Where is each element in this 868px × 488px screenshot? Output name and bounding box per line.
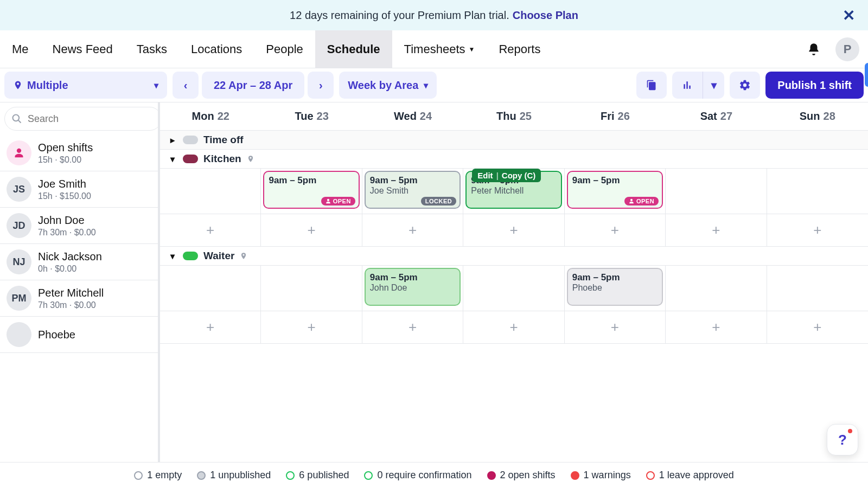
next-week-button[interactable]: › xyxy=(308,72,334,99)
stats-button[interactable] xyxy=(672,72,703,99)
schedule-cell[interactable]: 9am – 5pmPhoebe xyxy=(565,266,666,311)
add-shift-button[interactable]: + xyxy=(767,311,868,344)
legend-item[interactable]: 2 open shifts xyxy=(487,470,556,481)
waiter-shift-row: 9am – 5pmJohn Doe9am – 5pmPhoebe xyxy=(160,266,868,311)
copy-action[interactable]: Copy (C) xyxy=(502,171,536,180)
view-mode-selector[interactable]: Week by Area ▾ xyxy=(339,72,437,99)
schedule-cell[interactable] xyxy=(666,169,767,214)
nav-tab-schedule[interactable]: Schedule xyxy=(315,30,392,68)
add-shift-button[interactable]: + xyxy=(160,214,261,247)
sidebar-person[interactable]: Open shifts15h · $0.00 xyxy=(0,135,158,171)
shift-card[interactable]: 9am – 5pm OPEN xyxy=(567,171,663,209)
add-shift-button[interactable]: + xyxy=(565,214,666,247)
schedule-cell[interactable]: 9am – 5pmPeter MitchellEdit|Copy (C) xyxy=(463,169,564,214)
group-header-timeoff[interactable]: ▸ Time off xyxy=(160,131,868,150)
sidebar-person[interactable]: JSJoe Smith15h · $150.00 xyxy=(0,171,158,208)
legend-dot xyxy=(197,471,206,480)
waiter-add-row: +++++++ xyxy=(160,311,868,344)
shift-card[interactable]: 9am – 5pmJoe Smith LOCKED xyxy=(365,171,461,209)
sidebar-person[interactable]: JDJohn Doe7h 30m · $0.00 xyxy=(0,208,158,244)
sidebar-person[interactable]: NJNick Jackson0h · $0.00 xyxy=(0,244,158,280)
stats-dropdown[interactable]: ▾ xyxy=(703,72,724,99)
add-shift-button[interactable]: + xyxy=(362,311,463,344)
shift-context-menu[interactable]: Edit|Copy (C) xyxy=(472,169,541,182)
add-shift-button[interactable]: + xyxy=(767,214,868,247)
shift-assignee: Joe Smith xyxy=(370,186,455,196)
edit-action[interactable]: Edit xyxy=(477,171,493,180)
add-shift-button[interactable]: + xyxy=(463,214,564,247)
shift-badge: OPEN xyxy=(624,197,659,206)
sidebar-person[interactable]: PMPeter Mitchell7h 30m · $0.00 xyxy=(0,280,158,317)
shift-card[interactable]: 9am – 5pmPeter MitchellEdit|Copy (C) xyxy=(465,171,561,209)
expand-icon[interactable]: ▸ xyxy=(168,135,177,145)
user-avatar[interactable]: P xyxy=(835,37,859,61)
add-shift-button[interactable]: + xyxy=(666,311,767,344)
schedule-cell[interactable]: 9am – 5pm OPEN xyxy=(565,169,666,214)
prev-week-button[interactable]: ‹ xyxy=(173,72,199,99)
notifications-icon[interactable] xyxy=(802,37,826,61)
legend-item[interactable]: 1 unpublished xyxy=(197,470,271,481)
shift-card[interactable]: 9am – 5pmPhoebe xyxy=(567,268,663,306)
add-shift-button[interactable]: + xyxy=(261,214,362,247)
add-shift-button[interactable]: + xyxy=(565,311,666,344)
date-range-display[interactable]: 22 Apr – 28 Apr xyxy=(202,72,304,99)
shift-card[interactable]: 9am – 5pm OPEN xyxy=(263,171,359,209)
view-mode-label: Week by Area xyxy=(348,79,418,92)
schedule-cell[interactable] xyxy=(767,266,868,311)
legend-item[interactable]: 1 warnings xyxy=(571,470,631,481)
shift-card[interactable]: 9am – 5pmJohn Doe xyxy=(365,268,461,306)
legend-item[interactable]: 6 published xyxy=(286,470,349,481)
schedule-grid: Mon22Tue23Wed24Thu25Fri26Sat27Sun28 ▸ Ti… xyxy=(160,102,868,462)
add-shift-button[interactable]: + xyxy=(463,311,564,344)
choose-plan-link[interactable]: Choose Plan xyxy=(513,9,578,22)
schedule-cell[interactable]: 9am – 5pmJoe Smith LOCKED xyxy=(362,169,463,214)
chevron-down-icon: ▾ xyxy=(424,80,428,91)
group-header-waiter[interactable]: ▾ Waiter xyxy=(160,247,868,266)
search-input-wrapper[interactable] xyxy=(4,107,160,131)
open-shifts-icon xyxy=(7,140,31,165)
nav-tab-reports[interactable]: Reports xyxy=(487,30,552,68)
add-shift-button[interactable]: + xyxy=(666,214,767,247)
legend-text: 1 empty xyxy=(147,470,182,481)
legend-item[interactable]: 0 require confirmation xyxy=(364,470,471,481)
add-shift-button[interactable]: + xyxy=(261,311,362,344)
group-header-kitchen[interactable]: ▾ Kitchen xyxy=(160,150,868,169)
nav-tab-tasks[interactable]: Tasks xyxy=(125,30,179,68)
right-panel-handle[interactable] xyxy=(865,63,868,87)
legend-item[interactable]: 1 empty xyxy=(134,470,182,481)
add-shift-button[interactable]: + xyxy=(160,311,261,344)
legend-item[interactable]: 1 leave approved xyxy=(646,470,734,481)
day-header: Wed24 xyxy=(362,102,463,130)
shift-time: 9am – 5pm xyxy=(572,272,658,283)
help-button[interactable]: ? xyxy=(827,424,858,455)
legend-text: 1 unpublished xyxy=(210,470,271,481)
publish-button[interactable]: Publish 1 shift xyxy=(765,72,864,99)
add-shift-button[interactable]: + xyxy=(362,214,463,247)
schedule-cell[interactable] xyxy=(666,266,767,311)
summary-footer: 1 empty1 unpublished6 published0 require… xyxy=(0,462,868,488)
nav-tab-me[interactable]: Me xyxy=(0,30,41,68)
settings-button[interactable] xyxy=(730,72,760,99)
shift-assignee: John Doe xyxy=(370,283,455,293)
copy-schedule-button[interactable] xyxy=(636,72,667,99)
nav-tab-locations[interactable]: Locations xyxy=(179,30,254,68)
schedule-cell[interactable] xyxy=(160,266,261,311)
collapse-icon[interactable]: ▾ xyxy=(168,154,177,164)
nav-tab-timesheets[interactable]: Timesheets▼ xyxy=(392,30,487,68)
schedule-cell[interactable]: 9am – 5pmJohn Doe xyxy=(362,266,463,311)
schedule-cell[interactable]: 9am – 5pm OPEN xyxy=(261,169,362,214)
sidebar-person[interactable]: Phoebe xyxy=(0,317,158,353)
person-meta: 15h · $150.00 xyxy=(38,191,91,201)
schedule-cell[interactable] xyxy=(160,169,261,214)
collapse-icon[interactable]: ▾ xyxy=(168,251,177,261)
search-input[interactable] xyxy=(27,113,155,125)
schedule-cell[interactable] xyxy=(261,266,362,311)
close-icon[interactable]: ✕ xyxy=(843,7,855,24)
legend-dot xyxy=(487,471,496,480)
schedule-cell[interactable] xyxy=(463,266,564,311)
schedule-cell[interactable] xyxy=(767,169,868,214)
nav-tab-people[interactable]: People xyxy=(254,30,315,68)
location-selector[interactable]: Multiple ▾ xyxy=(4,72,167,99)
nav-tab-news-feed[interactable]: News Feed xyxy=(41,30,125,68)
group-label: Waiter xyxy=(203,250,234,262)
